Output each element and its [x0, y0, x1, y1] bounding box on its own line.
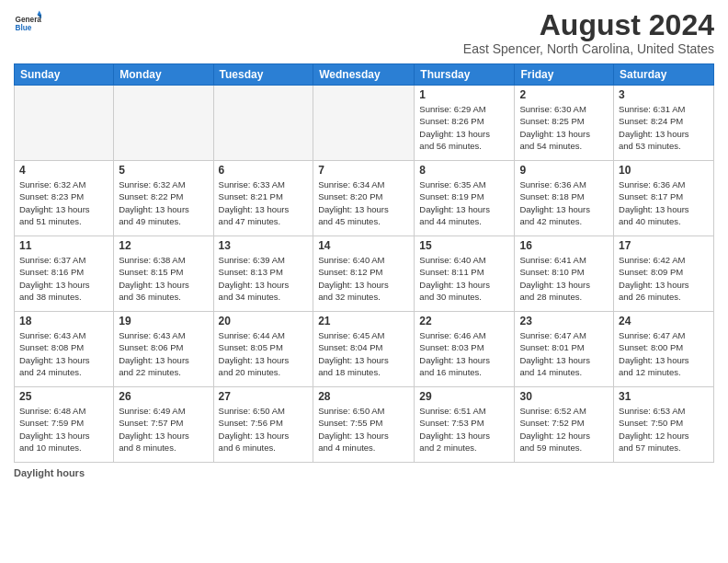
day-info: Sunrise: 6:29 AM Sunset: 8:26 PM Dayligh… [419, 103, 509, 152]
calendar-week-row: 25Sunrise: 6:48 AM Sunset: 7:59 PM Dayli… [15, 387, 714, 463]
day-info: Sunrise: 6:36 AM Sunset: 8:17 PM Dayligh… [619, 178, 709, 227]
calendar-day-cell: 21Sunrise: 6:45 AM Sunset: 8:04 PM Dayli… [313, 312, 415, 387]
day-number: 10 [619, 164, 709, 177]
calendar-day-cell: 4Sunrise: 6:32 AM Sunset: 8:23 PM Daylig… [15, 161, 114, 236]
day-info: Sunrise: 6:43 AM Sunset: 8:06 PM Dayligh… [119, 329, 208, 378]
calendar-day-cell: 28Sunrise: 6:50 AM Sunset: 7:55 PM Dayli… [313, 387, 415, 463]
calendar-day-cell: 10Sunrise: 6:36 AM Sunset: 8:17 PM Dayli… [614, 161, 714, 236]
day-info: Sunrise: 6:47 AM Sunset: 8:00 PM Dayligh… [619, 329, 709, 378]
day-number: 22 [419, 315, 509, 327]
day-number: 29 [419, 390, 509, 403]
calendar-day-cell: 13Sunrise: 6:39 AM Sunset: 8:13 PM Dayli… [213, 236, 313, 312]
calendar-day-cell: 6Sunrise: 6:33 AM Sunset: 8:21 PM Daylig… [213, 161, 313, 236]
day-info: Sunrise: 6:39 AM Sunset: 8:13 PM Dayligh… [219, 254, 309, 303]
day-info: Sunrise: 6:46 AM Sunset: 8:03 PM Dayligh… [419, 329, 509, 378]
day-number: 21 [318, 315, 409, 327]
calendar-day-cell: 22Sunrise: 6:46 AM Sunset: 8:03 PM Dayli… [415, 312, 515, 387]
day-number: 2 [519, 88, 609, 101]
calendar-week-row: 1Sunrise: 6:29 AM Sunset: 8:26 PM Daylig… [15, 86, 714, 161]
calendar-day-cell: 18Sunrise: 6:43 AM Sunset: 8:08 PM Dayli… [15, 312, 114, 387]
day-number: 26 [119, 390, 208, 403]
calendar-day-cell: 12Sunrise: 6:38 AM Sunset: 8:15 PM Dayli… [114, 236, 213, 312]
day-number: 14 [318, 239, 409, 252]
calendar-day-cell: 23Sunrise: 6:47 AM Sunset: 8:01 PM Dayli… [515, 312, 614, 387]
calendar-week-row: 4Sunrise: 6:32 AM Sunset: 8:23 PM Daylig… [15, 161, 714, 236]
calendar-table: SundayMondayTuesdayWednesdayThursdayFrid… [14, 63, 714, 463]
day-number: 17 [619, 239, 709, 252]
location-subtitle: East Spencer, North Carolina, United Sta… [463, 41, 714, 56]
calendar-day-cell: 1Sunrise: 6:29 AM Sunset: 8:26 PM Daylig… [415, 86, 515, 161]
logo: General Blue [14, 9, 41, 37]
day-info: Sunrise: 6:43 AM Sunset: 8:08 PM Dayligh… [19, 329, 108, 378]
day-number: 11 [19, 239, 108, 252]
day-info: Sunrise: 6:30 AM Sunset: 8:25 PM Dayligh… [519, 103, 609, 152]
weekday-header-saturday: Saturday [614, 64, 714, 86]
weekday-header-sunday: Sunday [15, 64, 114, 86]
day-info: Sunrise: 6:32 AM Sunset: 8:23 PM Dayligh… [19, 178, 108, 227]
day-number: 24 [619, 315, 709, 327]
day-info: Sunrise: 6:48 AM Sunset: 7:59 PM Dayligh… [19, 405, 108, 454]
day-number: 30 [519, 390, 609, 403]
day-info: Sunrise: 6:51 AM Sunset: 7:53 PM Dayligh… [419, 405, 509, 454]
day-info: Sunrise: 6:49 AM Sunset: 7:57 PM Dayligh… [119, 405, 208, 454]
calendar-day-cell: 15Sunrise: 6:40 AM Sunset: 8:11 PM Dayli… [415, 236, 515, 312]
calendar-day-cell [313, 86, 415, 161]
day-info: Sunrise: 6:44 AM Sunset: 8:05 PM Dayligh… [219, 329, 309, 378]
calendar-day-cell: 16Sunrise: 6:41 AM Sunset: 8:10 PM Dayli… [515, 236, 614, 312]
calendar-day-cell [114, 86, 213, 161]
day-number: 4 [19, 164, 108, 177]
calendar-day-cell: 2Sunrise: 6:30 AM Sunset: 8:25 PM Daylig… [515, 86, 614, 161]
calendar-header-row: SundayMondayTuesdayWednesdayThursdayFrid… [15, 64, 714, 86]
calendar-week-row: 18Sunrise: 6:43 AM Sunset: 8:08 PM Dayli… [15, 312, 714, 387]
day-info: Sunrise: 6:34 AM Sunset: 8:20 PM Dayligh… [318, 178, 409, 227]
day-info: Sunrise: 6:37 AM Sunset: 8:16 PM Dayligh… [19, 254, 108, 303]
calendar-day-cell: 20Sunrise: 6:44 AM Sunset: 8:05 PM Dayli… [213, 312, 313, 387]
calendar-day-cell: 3Sunrise: 6:31 AM Sunset: 8:24 PM Daylig… [614, 86, 714, 161]
weekday-header-friday: Friday [515, 64, 614, 86]
svg-text:Blue: Blue [16, 24, 32, 32]
day-info: Sunrise: 6:33 AM Sunset: 8:21 PM Dayligh… [219, 178, 309, 227]
day-info: Sunrise: 6:45 AM Sunset: 8:04 PM Dayligh… [318, 329, 409, 378]
day-number: 25 [19, 390, 108, 403]
day-number: 1 [419, 88, 509, 101]
weekday-header-thursday: Thursday [415, 64, 515, 86]
day-number: 9 [519, 164, 609, 177]
calendar-day-cell: 29Sunrise: 6:51 AM Sunset: 7:53 PM Dayli… [415, 387, 515, 463]
svg-marker-2 [38, 11, 42, 16]
calendar-day-cell: 27Sunrise: 6:50 AM Sunset: 7:56 PM Dayli… [213, 387, 313, 463]
day-info: Sunrise: 6:40 AM Sunset: 8:12 PM Dayligh… [318, 254, 409, 303]
day-info: Sunrise: 6:50 AM Sunset: 7:56 PM Dayligh… [219, 405, 309, 454]
svg-text:General: General [16, 16, 42, 24]
day-info: Sunrise: 6:40 AM Sunset: 8:11 PM Dayligh… [419, 254, 509, 303]
day-number: 12 [119, 239, 208, 252]
day-info: Sunrise: 6:36 AM Sunset: 8:18 PM Dayligh… [519, 178, 609, 227]
day-number: 31 [619, 390, 709, 403]
day-number: 19 [119, 315, 208, 327]
calendar-day-cell: 24Sunrise: 6:47 AM Sunset: 8:00 PM Dayli… [614, 312, 714, 387]
day-number: 16 [519, 239, 609, 252]
day-info: Sunrise: 6:35 AM Sunset: 8:19 PM Dayligh… [419, 178, 509, 227]
month-title: August 2024 [463, 9, 714, 41]
day-info: Sunrise: 6:52 AM Sunset: 7:52 PM Dayligh… [519, 405, 609, 454]
calendar-day-cell: 8Sunrise: 6:35 AM Sunset: 8:19 PM Daylig… [415, 161, 515, 236]
day-info: Sunrise: 6:53 AM Sunset: 7:50 PM Dayligh… [619, 405, 709, 454]
day-number: 27 [219, 390, 309, 403]
day-number: 28 [318, 390, 409, 403]
calendar-day-cell [213, 86, 313, 161]
calendar-week-row: 11Sunrise: 6:37 AM Sunset: 8:16 PM Dayli… [15, 236, 714, 312]
weekday-header-monday: Monday [114, 64, 213, 86]
calendar-day-cell: 9Sunrise: 6:36 AM Sunset: 8:18 PM Daylig… [515, 161, 614, 236]
calendar-day-cell: 5Sunrise: 6:32 AM Sunset: 8:22 PM Daylig… [114, 161, 213, 236]
calendar-day-cell: 26Sunrise: 6:49 AM Sunset: 7:57 PM Dayli… [114, 387, 213, 463]
day-info: Sunrise: 6:41 AM Sunset: 8:10 PM Dayligh… [519, 254, 609, 303]
day-number: 3 [619, 88, 709, 101]
footer: Daylight hours [14, 467, 714, 478]
calendar-day-cell: 31Sunrise: 6:53 AM Sunset: 7:50 PM Dayli… [614, 387, 714, 463]
day-number: 8 [419, 164, 509, 177]
calendar-day-cell: 19Sunrise: 6:43 AM Sunset: 8:06 PM Dayli… [114, 312, 213, 387]
day-info: Sunrise: 6:42 AM Sunset: 8:09 PM Dayligh… [619, 254, 709, 303]
calendar-day-cell: 17Sunrise: 6:42 AM Sunset: 8:09 PM Dayli… [614, 236, 714, 312]
logo-icon: General Blue [14, 9, 41, 37]
calendar-day-cell [15, 86, 114, 161]
calendar-day-cell: 11Sunrise: 6:37 AM Sunset: 8:16 PM Dayli… [15, 236, 114, 312]
